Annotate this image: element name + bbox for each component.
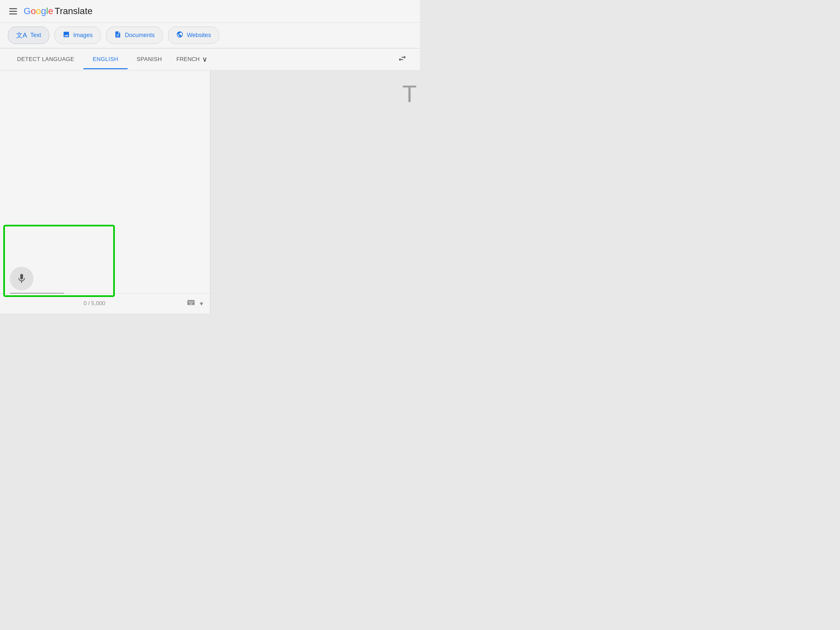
header: Google Translate [0,0,420,23]
documents-icon [114,31,122,40]
tab-documents-label: Documents [125,32,155,39]
voice-button[interactable] [10,267,33,291]
logo-translate: Translate [54,6,93,16]
char-count: 0 / 5,000 [84,300,105,307]
lang-spanish[interactable]: SPANISH [128,49,171,69]
tab-websites-label: Websites [187,32,211,39]
text-icon: 文A [16,31,27,40]
tab-text-label: Text [30,32,41,39]
tab-text[interactable]: 文A Text [8,27,49,44]
keyboard-icon[interactable] [187,298,195,309]
tab-documents[interactable]: Documents [106,27,163,44]
main-content: Translate by voice 0 / 5,000 ▾ T [0,71,420,313]
output-partial-text: T [402,81,417,107]
tab-images-label: Images [73,32,93,39]
websites-icon [176,31,183,40]
chevron-down-icon: ∨ [202,55,207,64]
lang-french-dropdown[interactable]: FRENCH ∨ [171,49,213,70]
images-icon [63,31,70,40]
tab-bar: 文A Text Images Documents Websites [0,23,420,49]
language-bar: DETECT LANGUAGE ENGLISH SPANISH FRENCH ∨ [0,49,420,71]
logo: Google Translate [24,6,93,16]
keyboard-dropdown-icon[interactable]: ▾ [200,300,203,308]
output-panel: T [210,71,420,313]
lang-swap-button[interactable] [392,49,412,70]
input-toolbar: 0 / 5,000 ▾ [0,293,210,313]
lang-english[interactable]: ENGLISH [83,49,127,69]
input-panel: Translate by voice 0 / 5,000 ▾ [0,71,210,313]
logo-text: Google [24,6,53,16]
lang-french-label: FRENCH [176,56,199,63]
lang-detect[interactable]: DETECT LANGUAGE [8,49,83,69]
tab-websites[interactable]: Websites [168,27,219,44]
voice-button-container: Translate by voice [10,267,33,291]
tab-images[interactable]: Images [54,27,101,44]
hamburger-menu[interactable] [9,8,17,14]
